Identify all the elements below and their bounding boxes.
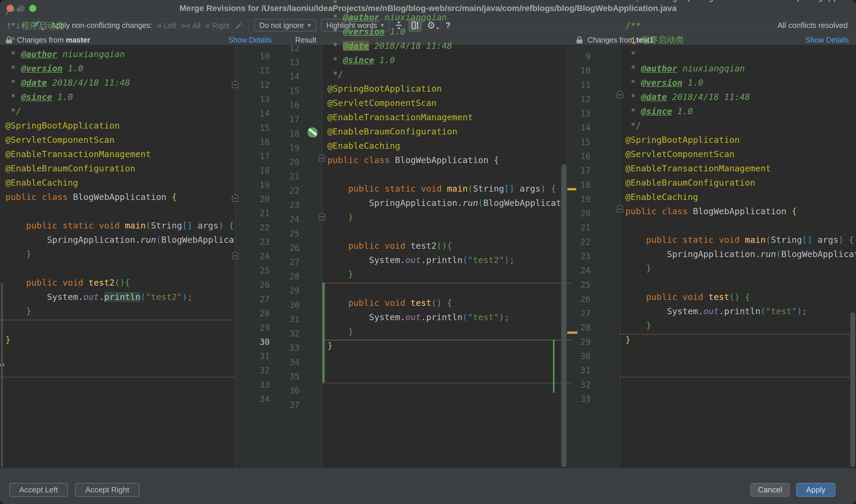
line-number: 17	[277, 112, 302, 127]
line-number: 12	[235, 78, 272, 92]
line-number: 11	[235, 64, 272, 78]
left-editor-pane[interactable]: /** * 程序启动类 * * @author niuxiangqian * @…	[0, 0, 235, 423]
line-number: 15	[277, 84, 302, 98]
line-number: 35	[277, 370, 302, 384]
change-marker-green-strip	[322, 283, 325, 383]
magic-resolve-wand-icon[interactable]	[234, 20, 244, 30]
code-line: /**	[625, 18, 641, 33]
code-line: System.out.println("test");	[327, 310, 509, 324]
right-editor-pane[interactable]: import org.springframework.boot.SpringAp…	[620, 0, 856, 423]
code-line: SpringApplication.run(BlogWebApplication	[625, 247, 856, 261]
line-number: 13	[277, 55, 302, 70]
line-number: 29	[571, 335, 593, 349]
line-number: 14	[235, 107, 272, 121]
code-line: @EnableCaching	[5, 176, 78, 190]
chevron-down-icon: ▾	[314, 133, 317, 139]
result-editor-pane[interactable]: * * @author niuxiangqian * @version 1.0 …	[322, 0, 567, 423]
code-line: SpringApplication.run(BlogWebApplication	[5, 233, 235, 247]
code-line: * 程序启动类	[5, 18, 64, 33]
line-number: 19	[277, 141, 302, 155]
conflict-separator-dashed	[0, 320, 235, 320]
accept-right-button[interactable]: Accept Right	[75, 483, 140, 497]
fold-marker-icon[interactable]	[319, 212, 325, 220]
code-line: }	[625, 332, 630, 347]
code-line: @EnableBraumConfiguration	[327, 124, 458, 139]
line-number: 22	[277, 184, 302, 198]
result-pane-title: Result	[295, 34, 316, 46]
code-line: * @date 2018/4/18 11:48	[327, 39, 452, 53]
pane-divider	[322, 45, 322, 468]
conflict-separator-dashed	[322, 283, 571, 284]
code-line: @ServletComponentScan	[625, 147, 735, 161]
code-line: * @version 1.0	[327, 24, 405, 39]
result-scrollbar-thumb[interactable]	[561, 164, 566, 467]
accept-left-button[interactable]: Accept Left	[9, 483, 68, 497]
code-line: SpringApplication.run(BlogWebApplication	[327, 196, 567, 210]
code-line: * 程序启动类	[625, 33, 684, 47]
conflict-separator-dashed	[322, 383, 571, 383]
line-number: 27	[277, 255, 302, 270]
code-line: @EnableBraumConfiguration	[5, 161, 136, 176]
line-number: 14	[277, 70, 302, 84]
bottom-bar: Accept Left Accept Right Cancel Apply	[0, 468, 856, 504]
line-number: 32	[277, 327, 302, 341]
toolbar-separator	[249, 20, 249, 31]
code-line: }	[5, 332, 11, 347]
code-line: @SpringBootApplication	[5, 119, 120, 133]
right-pane-line-numbers: 9101112131415161718192021222324252627282…	[571, 45, 593, 468]
code-line: public class BlogWebApplication {	[5, 190, 177, 204]
code-line: *	[5, 33, 16, 47]
result-line-numbers: 1213141516171819202122232425262728293031…	[277, 45, 302, 468]
code-line: * @since 1.0	[5, 90, 73, 104]
line-number: 25	[235, 264, 272, 278]
code-line: *	[327, 0, 338, 10]
cancel-button[interactable]: Cancel	[750, 483, 790, 497]
left-scrollbar-thumb[interactable]	[1, 283, 3, 467]
ignore-policy-dropdown[interactable]: Do not ignore ▾	[254, 19, 316, 32]
apply-button[interactable]: Apply	[796, 483, 836, 497]
line-number: 9	[571, 49, 593, 64]
line-number: 23	[235, 235, 272, 249]
right-scrollbar-thumb[interactable]	[850, 312, 855, 467]
line-number: 25	[277, 227, 302, 241]
fold-marker-icon[interactable]	[617, 90, 623, 98]
code-line: */	[5, 104, 21, 119]
fold-marker-icon[interactable]	[319, 154, 325, 162]
code-line: * @author niuxiangqian	[5, 47, 125, 61]
line-number: 26	[235, 278, 272, 292]
line-number: 34	[235, 392, 272, 407]
code-line: public class BlogWebApplication {	[625, 204, 797, 218]
line-number: 33	[235, 378, 272, 392]
pane-divider	[567, 45, 567, 468]
code-line: * @date 2018/4/18 11:48	[625, 90, 750, 104]
pane-divider	[620, 45, 620, 468]
line-number: 30	[235, 335, 272, 349]
code-line: @ServletComponentScan	[5, 133, 114, 147]
line-number: 22	[571, 235, 593, 249]
line-number: 31	[277, 312, 302, 327]
line-number: 10	[235, 49, 272, 64]
fold-marker-icon[interactable]	[232, 251, 238, 259]
line-number: 25	[571, 278, 593, 292]
code-line: public void test2(){	[327, 239, 452, 253]
line-number: 21	[277, 169, 302, 184]
fold-marker-icon[interactable]	[617, 205, 623, 212]
line-number: 23	[277, 198, 302, 212]
code-line: public static void main(String[] args) {	[5, 218, 234, 233]
code-line: public static void main(String[] args) {	[625, 233, 854, 247]
code-line: @EnableTransactionManagement	[5, 147, 151, 161]
code-line: System.out.println("test2");	[5, 290, 193, 304]
fold-marker-icon[interactable]	[232, 194, 238, 202]
line-number: 27	[571, 306, 593, 321]
line-number: 24	[571, 264, 593, 278]
code-line: public static void main(String[] args) {	[327, 181, 556, 196]
line-number: 19	[235, 178, 272, 192]
code-line: public class BlogWebApplication {	[327, 153, 499, 167]
code-line: System.out.println("test2");	[327, 253, 515, 267]
code-line: }	[5, 304, 31, 318]
line-number: 13	[571, 107, 593, 121]
ignore-policy-value: Do not ignore	[259, 21, 304, 30]
fold-marker-icon[interactable]	[232, 80, 238, 88]
code-line: *	[625, 47, 636, 61]
code-line: * @version 1.0	[5, 61, 83, 76]
